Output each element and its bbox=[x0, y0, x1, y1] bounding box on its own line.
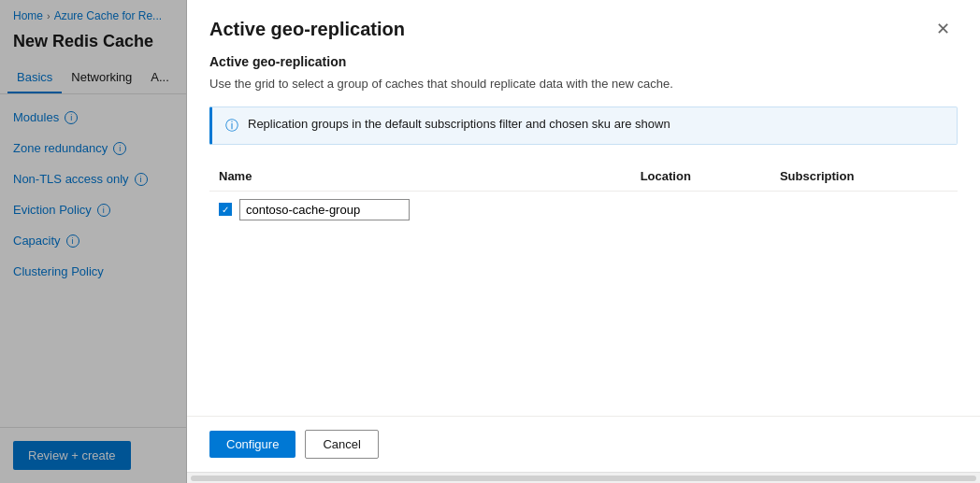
grid-table: Name Location Subscription ✓ bbox=[209, 162, 958, 228]
dialog-footer: Configure Cancel bbox=[187, 416, 980, 472]
scrollbar-track[interactable] bbox=[191, 476, 976, 481]
scrollbar-area bbox=[187, 472, 980, 483]
info-banner-text: Replication groups in the default subscr… bbox=[248, 117, 670, 131]
table-cell-name: ✓ bbox=[209, 191, 631, 228]
col-header-name: Name bbox=[209, 162, 631, 192]
dialog-description: Use the grid to select a group of caches… bbox=[209, 75, 958, 93]
dialog-title: Active geo-replication bbox=[209, 19, 405, 40]
dialog-section-title: Active geo-replication bbox=[209, 54, 958, 69]
info-banner: ⓘ Replication groups in the default subs… bbox=[209, 107, 958, 145]
configure-button[interactable]: Configure bbox=[209, 431, 295, 458]
dialog-body: Active geo-replication Use the grid to s… bbox=[187, 54, 980, 416]
col-header-location: Location bbox=[631, 162, 771, 192]
checkbox-cell: ✓ bbox=[219, 199, 622, 220]
row-checkbox[interactable]: ✓ bbox=[219, 203, 232, 216]
dialog-header: Active geo-replication ✕ bbox=[187, 0, 980, 54]
dialog-close-button[interactable]: ✕ bbox=[929, 17, 958, 41]
col-header-subscription: Subscription bbox=[771, 162, 958, 192]
cancel-button[interactable]: Cancel bbox=[305, 430, 378, 459]
group-name-input[interactable] bbox=[239, 199, 410, 220]
dialog-panel: Active geo-replication ✕ Active geo-repl… bbox=[187, 0, 980, 483]
info-banner-icon: ⓘ bbox=[225, 118, 238, 135]
table-cell-location bbox=[631, 191, 771, 228]
table-cell-subscription bbox=[771, 191, 958, 228]
table-row: ✓ bbox=[209, 191, 958, 228]
